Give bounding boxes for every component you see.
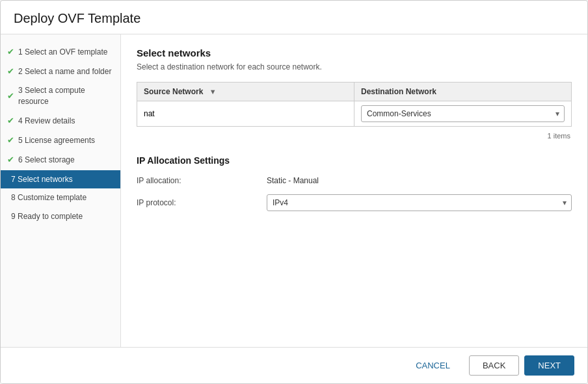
dialog-title: Deploy OVF Template bbox=[1, 1, 587, 34]
sidebar-item-step7[interactable]: 7 Select networks bbox=[1, 170, 120, 189]
destination-network-cell[interactable]: Common-Services VM Network Management bbox=[354, 101, 572, 127]
table-row: nat Common-Services VM Network Managemen… bbox=[137, 101, 572, 127]
sidebar-item-label-step2: 2 Select a name and folder bbox=[18, 66, 111, 77]
ip-protocol-select-wrapper[interactable]: IPv4 IPv6 bbox=[267, 194, 572, 211]
sidebar: ✔ 1 Select an OVF template ✔ 2 Select a … bbox=[1, 34, 121, 347]
ip-protocol-select[interactable]: IPv4 IPv6 bbox=[267, 194, 572, 211]
sidebar-item-step4[interactable]: ✔ 4 Review details bbox=[1, 111, 120, 131]
main-content: Select networks Select a destination net… bbox=[121, 34, 587, 347]
sidebar-item-step5[interactable]: ✔ 5 License agreements bbox=[1, 131, 120, 150]
check-icon-step6: ✔ bbox=[7, 154, 14, 166]
check-icon-step1: ✔ bbox=[7, 46, 14, 58]
col2-header: Destination Network bbox=[354, 83, 572, 101]
ip-section-title: IP Allocation Settings bbox=[137, 155, 572, 166]
section-subtitle: Select a destination network for each so… bbox=[137, 62, 572, 71]
section-title: Select networks bbox=[137, 47, 572, 58]
sidebar-item-label-step8: 8 Customize template bbox=[11, 192, 87, 203]
cancel-button[interactable]: CANCEL bbox=[402, 355, 464, 376]
sidebar-item-step3[interactable]: ✔ 3 Select a compute resource bbox=[1, 81, 120, 111]
sidebar-item-label-step6: 6 Select storage bbox=[18, 155, 75, 166]
filter-icon[interactable]: ▼ bbox=[209, 88, 217, 96]
back-button[interactable]: BACK bbox=[469, 355, 519, 376]
sidebar-item-step9[interactable]: 9 Ready to complete bbox=[1, 207, 120, 226]
sidebar-item-step1[interactable]: ✔ 1 Select an OVF template bbox=[1, 42, 120, 62]
sidebar-item-label-step9: 9 Ready to complete bbox=[11, 211, 83, 222]
network-table: Source Network ▼ Destination Network nat… bbox=[137, 82, 572, 127]
sidebar-item-step2[interactable]: ✔ 2 Select a name and folder bbox=[1, 62, 120, 81]
dialog-footer: CANCEL BACK NEXT bbox=[1, 347, 587, 383]
sidebar-item-step8[interactable]: 8 Customize template bbox=[1, 188, 120, 207]
ip-allocation-row: IP allocation: Static - Manual bbox=[137, 176, 572, 185]
sidebar-item-label-step1: 1 Select an OVF template bbox=[18, 47, 107, 58]
check-icon-step4: ✔ bbox=[7, 115, 14, 127]
ip-protocol-label: IP protocol: bbox=[137, 198, 267, 207]
check-icon-step2: ✔ bbox=[7, 66, 14, 77]
col1-header: Source Network ▼ bbox=[137, 83, 354, 101]
ip-allocation-label: IP allocation: bbox=[137, 176, 267, 185]
deploy-ovf-dialog: Deploy OVF Template ✔ 1 Select an OVF te… bbox=[0, 0, 588, 384]
source-network-cell: nat bbox=[137, 101, 354, 127]
sidebar-item-label-step3: 3 Select a compute resource bbox=[18, 85, 113, 107]
check-icon-step3: ✔ bbox=[7, 90, 14, 102]
ip-allocation-value: Static - Manual bbox=[267, 176, 572, 185]
ip-protocol-row: IP protocol: IPv4 IPv6 bbox=[137, 194, 572, 211]
destination-network-select[interactable]: Common-Services VM Network Management bbox=[361, 105, 565, 122]
sidebar-item-label-step4: 4 Review details bbox=[18, 116, 75, 127]
sidebar-item-label-step5: 5 License agreements bbox=[18, 135, 95, 146]
check-icon-step5: ✔ bbox=[7, 134, 14, 146]
next-button[interactable]: NEXT bbox=[524, 355, 574, 376]
sidebar-item-step6[interactable]: ✔ 6 Select storage bbox=[1, 150, 120, 170]
table-footer: 1 items bbox=[137, 129, 572, 142]
destination-select-wrapper[interactable]: Common-Services VM Network Management bbox=[361, 105, 565, 122]
sidebar-item-label-step7: 7 Select networks bbox=[11, 174, 73, 185]
dialog-body: ✔ 1 Select an OVF template ✔ 2 Select a … bbox=[1, 34, 587, 347]
ip-allocation-section: IP Allocation Settings IP allocation: St… bbox=[137, 155, 572, 211]
